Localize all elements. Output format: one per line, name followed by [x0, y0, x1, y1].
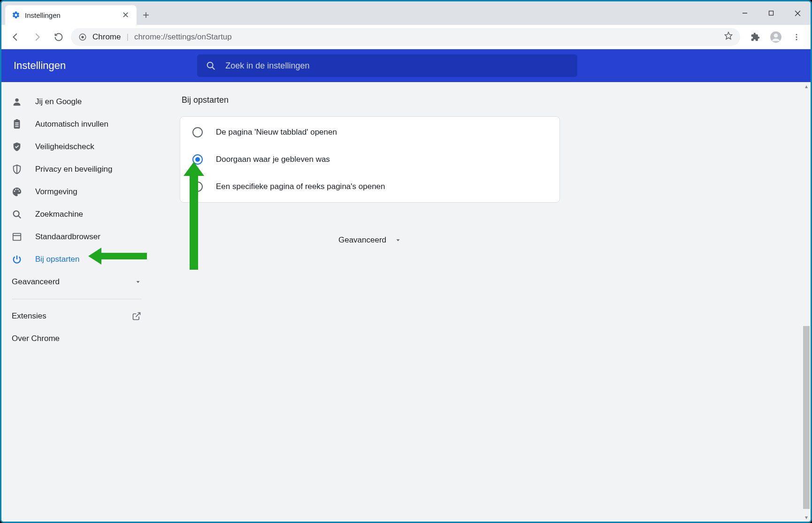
sidebar-item-default-browser[interactable]: Standaardbrowser	[1, 226, 152, 248]
chevron-down-icon	[135, 279, 141, 285]
sidebar-item-label: Jij en Google	[35, 97, 82, 106]
sidebar-extensions[interactable]: Extensies	[1, 305, 152, 327]
svg-point-15	[14, 211, 19, 217]
scroll-thumb[interactable]	[803, 326, 810, 509]
advanced-toggle[interactable]: Geavanceerd	[180, 235, 560, 245]
main-panel: Bij opstarten De pagina 'Nieuw tabblad' …	[152, 82, 811, 522]
shield-icon	[12, 164, 22, 174]
reload-button[interactable]	[49, 28, 68, 46]
option-new-tab[interactable]: De pagina 'Nieuw tabblad' openen	[180, 119, 559, 146]
option-label: Doorgaan waar je gebleven was	[216, 155, 330, 164]
sidebar-item-safety-check[interactable]: Veiligheidscheck	[1, 136, 152, 158]
startup-options-card: De pagina 'Nieuw tabblad' openen Doorgaa…	[180, 116, 560, 203]
svg-marker-6	[725, 32, 732, 39]
extensions-button[interactable]	[746, 28, 765, 46]
sidebar-item-label: Vormgeving	[35, 187, 77, 197]
maximize-button[interactable]	[758, 1, 784, 25]
sidebar-item-label: Standaardbrowser	[35, 232, 100, 242]
omnibox-product: Chrome	[92, 32, 121, 42]
radio-icon	[192, 182, 203, 192]
open-in-new-icon	[132, 311, 141, 321]
svg-point-10	[796, 36, 797, 38]
menu-button[interactable]	[787, 28, 806, 46]
sidebar-about[interactable]: Over Chrome	[1, 327, 152, 350]
clipboard-icon	[12, 119, 22, 129]
sidebar-item-label: Automatisch invullen	[35, 120, 108, 129]
page-title: Instellingen	[14, 60, 66, 72]
svg-point-9	[796, 34, 797, 35]
option-label: Een specifieke pagina of reeks pagina's …	[216, 182, 385, 191]
scrollbar[interactable]: ▴ ▾	[802, 82, 811, 522]
sidebar-item-label: Privacy en beveiliging	[35, 165, 112, 174]
sidebar-item-autofill[interactable]: Automatisch invullen	[1, 113, 152, 136]
sidebar-item-label: Veiligheidscheck	[35, 142, 94, 152]
search-icon	[12, 209, 22, 220]
sidebar-item-privacy[interactable]: Privacy en beveiliging	[1, 158, 152, 181]
new-tab-button[interactable]: +	[137, 5, 155, 25]
option-specific-pages[interactable]: Een specifieke pagina of reeks pagina's …	[180, 173, 559, 200]
about-label: Over Chrome	[12, 334, 60, 343]
search-settings[interactable]	[197, 54, 577, 77]
shield-check-icon	[12, 142, 22, 152]
svg-rect-1	[769, 11, 774, 15]
gear-icon	[12, 11, 20, 19]
sidebar-item-search-engine[interactable]: Zoekmachine	[1, 203, 152, 226]
option-label: De pagina 'Nieuw tabblad' openen	[216, 128, 337, 137]
browser-toolbar: Chrome | chrome://settings/onStartup	[1, 25, 811, 49]
sidebar: Jij en Google Automatisch invullen Veili…	[1, 82, 152, 522]
sidebar-item-appearance[interactable]: Vormgeving	[1, 181, 152, 203]
advanced-label: Geavanceerd	[12, 277, 60, 287]
svg-line-16	[18, 216, 21, 218]
omnibox-separator: |	[126, 32, 128, 42]
sidebar-item-on-startup[interactable]: Bij opstarten	[1, 248, 152, 271]
forward-button[interactable]	[28, 28, 46, 46]
svg-rect-17	[13, 234, 21, 241]
svg-point-14	[15, 99, 18, 102]
tab-strip: Instellingen ✕ +	[1, 1, 811, 25]
bookmark-star-icon[interactable]	[724, 31, 733, 42]
radio-icon	[192, 154, 203, 165]
person-icon	[12, 97, 22, 107]
svg-line-20	[136, 313, 140, 317]
omnibox-url: chrome://settings/onStartup	[134, 32, 232, 42]
svg-marker-19	[137, 281, 140, 283]
svg-point-5	[81, 36, 84, 38]
svg-line-13	[213, 67, 215, 69]
sidebar-item-you-and-google[interactable]: Jij en Google	[1, 91, 152, 113]
close-tab-button[interactable]: ✕	[121, 9, 130, 21]
tab-title: Instellingen	[25, 11, 61, 19]
browser-tab[interactable]: Instellingen ✕	[5, 5, 137, 25]
option-continue[interactable]: Doorgaan waar je gebleven was	[180, 146, 559, 173]
window: Instellingen ✕ + Chrome | chrome://setti…	[0, 0, 812, 523]
svg-point-11	[796, 38, 797, 40]
divider	[12, 299, 141, 299]
chevron-down-icon	[395, 237, 401, 243]
search-icon	[206, 61, 216, 71]
svg-marker-21	[397, 239, 400, 241]
scroll-up-icon[interactable]: ▴	[802, 82, 811, 91]
address-bar[interactable]: Chrome | chrome://settings/onStartup	[71, 28, 740, 46]
extensions-label: Extensies	[12, 311, 46, 321]
scroll-down-icon[interactable]: ▾	[802, 513, 811, 522]
power-icon	[12, 254, 22, 265]
palette-icon	[12, 187, 22, 197]
section-title: Bij opstarten	[182, 95, 782, 105]
radio-icon	[192, 127, 203, 137]
close-window-button[interactable]	[784, 1, 811, 25]
page-content: Instellingen Jij en Google Automatisch i…	[1, 49, 811, 522]
profile-button[interactable]	[766, 28, 785, 46]
sidebar-advanced[interactable]: Geavanceerd	[1, 271, 152, 293]
svg-point-12	[207, 62, 213, 68]
settings-header: Instellingen	[1, 49, 811, 82]
svg-point-8	[774, 33, 778, 38]
browser-window-icon	[12, 232, 22, 242]
search-input[interactable]	[224, 61, 569, 71]
advanced-label: Geavanceerd	[338, 235, 386, 245]
sidebar-item-label: Bij opstarten	[35, 255, 80, 264]
sidebar-item-label: Zoekmachine	[35, 210, 83, 219]
back-button[interactable]	[6, 28, 25, 46]
chrome-icon	[78, 33, 87, 41]
window-controls	[732, 1, 811, 25]
minimize-button[interactable]	[732, 1, 758, 25]
